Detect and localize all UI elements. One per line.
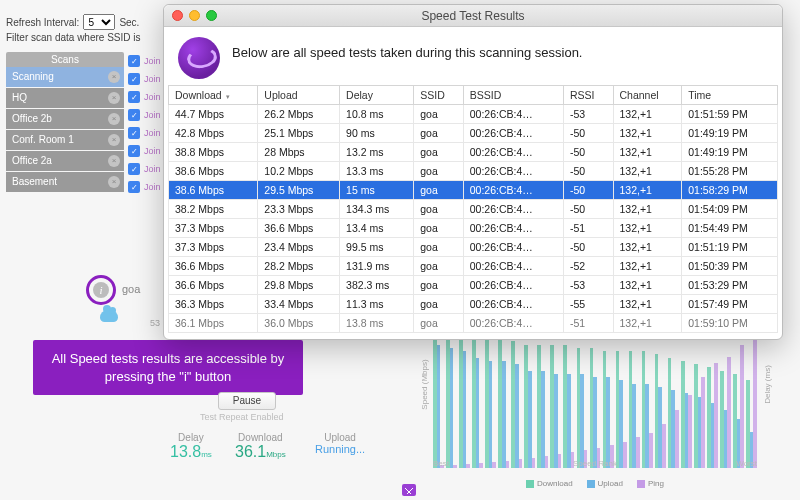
filter-row: Filter scan data where SSID is — [6, 32, 141, 43]
join-link[interactable]: Join — [144, 164, 161, 174]
table-row[interactable]: 38.2 Mbps23.3 Mbps134.3 msgoa00:26:CB:4…… — [169, 200, 778, 219]
join-link[interactable]: Join — [144, 74, 161, 84]
scan-item[interactable]: Office 2b× — [6, 109, 124, 129]
bar-group — [446, 329, 457, 469]
checkbox-icon[interactable]: ✓ — [128, 91, 140, 103]
checkbox-icon[interactable]: ✓ — [128, 109, 140, 121]
remove-scan-icon[interactable]: × — [108, 155, 120, 167]
x-axis-label: Speed Rank — [405, 459, 785, 468]
bar-group — [694, 364, 705, 468]
column-header[interactable]: BSSID — [463, 86, 563, 105]
bar-group — [655, 354, 666, 468]
remove-scan-icon[interactable]: × — [108, 71, 120, 83]
join-link[interactable]: Join — [144, 128, 161, 138]
bar-group — [629, 351, 640, 468]
column-header[interactable]: Time — [682, 86, 778, 105]
join-link[interactable]: Join — [144, 146, 161, 156]
join-link[interactable]: Join — [144, 56, 161, 66]
filter-label: Filter scan data where SSID is — [6, 32, 141, 43]
bar-group — [642, 351, 653, 468]
scan-item[interactable]: Basement× — [6, 172, 124, 192]
instruction-callout: All Speed tests results are accessible b… — [33, 340, 303, 395]
table-row[interactable]: 38.6 Mbps10.2 Mbps13.3 msgoa00:26:CB:4…-… — [169, 162, 778, 181]
bar-group — [550, 345, 561, 468]
bar-group — [433, 325, 444, 468]
scans-header: Scans — [6, 52, 124, 67]
column-header[interactable]: Upload — [258, 86, 340, 105]
speed-test-results-window: Speed Test Results Below are all speed t… — [163, 4, 783, 340]
bar-group — [485, 335, 496, 468]
delay-metric: Delay 13.8ms — [170, 432, 212, 461]
checkbox-icon[interactable]: ✓ — [128, 73, 140, 85]
table-row[interactable]: 36.3 Mbps33.4 Mbps11.3 msgoa00:26:CB:4…-… — [169, 295, 778, 314]
info-icon[interactable]: i — [93, 282, 109, 298]
download-metric: Download 36.1Mbps — [235, 432, 286, 461]
refresh-interval-unit: Sec. — [119, 17, 139, 28]
join-link[interactable]: Join — [144, 110, 161, 120]
window-zoom-button[interactable] — [206, 10, 217, 21]
window-title: Speed Test Results — [421, 9, 524, 23]
checkbox-icon[interactable]: ✓ — [128, 55, 140, 67]
bar-group — [472, 335, 483, 468]
bar-group — [746, 331, 757, 468]
bar-group — [537, 345, 548, 468]
remove-scan-icon[interactable]: × — [108, 113, 120, 125]
table-row[interactable]: 38.8 Mbps28 Mbps13.2 msgoa00:26:CB:4…-50… — [169, 143, 778, 162]
join-link[interactable]: Join — [144, 92, 161, 102]
table-row[interactable]: 42.8 Mbps25.1 Mbps90 msgoa00:26:CB:4…-50… — [169, 124, 778, 143]
app-icon — [178, 37, 220, 79]
table-row[interactable]: 37.3 Mbps36.6 Mbps13.4 msgoa00:26:CB:4…-… — [169, 219, 778, 238]
window-minimize-button[interactable] — [189, 10, 200, 21]
test-repeat-label: Test Repeat Enabled — [200, 412, 284, 422]
scan-item[interactable]: Office 2a× — [6, 151, 124, 171]
refresh-interval-row: Refresh Interval: 5 Sec. — [6, 14, 139, 30]
chart-type-icon[interactable] — [402, 484, 416, 496]
checkbox-icon[interactable]: ✓ — [128, 163, 140, 175]
bar-group — [577, 348, 588, 468]
sort-indicator-icon: ▾ — [226, 93, 230, 100]
scan-list: Scanning×HQ×Office 2b×Conf. Room 1×Offic… — [6, 67, 124, 192]
bar-group — [498, 338, 509, 468]
modal-message: Below are all speed tests taken during t… — [232, 45, 582, 60]
selected-ssid-label: goa — [122, 283, 140, 295]
window-titlebar[interactable]: Speed Test Results — [164, 5, 782, 27]
table-row[interactable]: 36.6 Mbps29.8 Mbps382.3 msgoa00:26:CB:4…… — [169, 276, 778, 295]
bar-group — [603, 351, 614, 468]
join-link[interactable]: Join — [144, 182, 161, 192]
bar-group — [681, 361, 692, 468]
remove-scan-icon[interactable]: × — [108, 176, 120, 188]
bar-group — [707, 363, 718, 468]
column-header[interactable]: Delay — [340, 86, 414, 105]
table-row[interactable]: 38.6 Mbps29.5 Mbps15 msgoa00:26:CB:4…-50… — [169, 181, 778, 200]
scan-item[interactable]: HQ× — [6, 88, 124, 108]
remove-scan-icon[interactable]: × — [108, 92, 120, 104]
refresh-interval-label: Refresh Interval: — [6, 17, 79, 28]
table-row[interactable]: 44.7 Mbps26.2 Mbps10.8 msgoa00:26:CB:4…-… — [169, 105, 778, 124]
info-button-highlight: i — [86, 275, 116, 305]
column-header[interactable]: SSID — [414, 86, 463, 105]
table-row[interactable]: 36.6 Mbps28.2 Mbps131.9 msgoa00:26:CB:4…… — [169, 257, 778, 276]
table-row[interactable]: 37.3 Mbps23.4 Mbps99.5 msgoa00:26:CB:4…-… — [169, 238, 778, 257]
bar-group — [511, 341, 522, 468]
x-axis-worst: Worst — [736, 459, 757, 468]
results-table[interactable]: Download▾UploadDelaySSIDBSSIDRSSIChannel… — [168, 85, 778, 333]
scan-item[interactable]: Scanning× — [6, 67, 124, 87]
bar-group — [459, 332, 470, 468]
table-row[interactable]: 36.1 Mbps36.0 Mbps13.8 msgoa00:26:CB:4…-… — [169, 314, 778, 333]
window-close-button[interactable] — [172, 10, 183, 21]
column-header[interactable]: RSSI — [564, 86, 613, 105]
refresh-interval-select[interactable]: 5 — [83, 14, 115, 30]
column-header[interactable]: Download▾ — [169, 86, 258, 105]
bar-group — [733, 345, 744, 468]
checkbox-icon[interactable]: ✓ — [128, 181, 140, 193]
bar-group — [720, 357, 731, 468]
checkbox-icon[interactable]: ✓ — [128, 145, 140, 157]
y-axis-left-label: Speed (Mbps) — [420, 359, 429, 409]
checkbox-icon[interactable]: ✓ — [128, 127, 140, 139]
column-header[interactable]: Channel — [613, 86, 682, 105]
cloud-icon[interactable] — [100, 310, 118, 322]
pause-button[interactable]: Pause — [218, 392, 276, 410]
speed-rank-chart: Speed (Mbps) Delay (ms) Best Speed Rank … — [405, 320, 785, 490]
remove-scan-icon[interactable]: × — [108, 134, 120, 146]
scan-item[interactable]: Conf. Room 1× — [6, 130, 124, 150]
